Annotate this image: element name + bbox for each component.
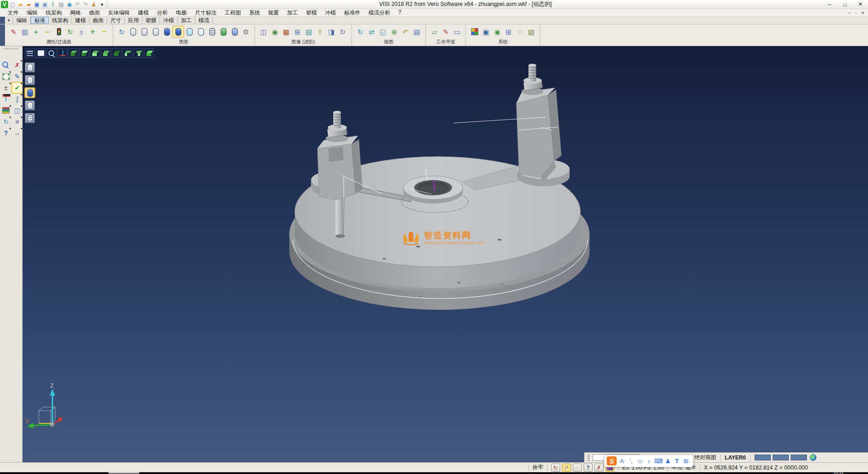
zoom-dynamic-icon[interactable] bbox=[47, 48, 57, 58]
tab-dimension[interactable]: 尺寸 bbox=[107, 17, 125, 24]
open-file-icon[interactable]: ▰ bbox=[17, 1, 24, 8]
tab-wireframe[interactable]: 线架构 bbox=[49, 17, 72, 24]
shaded-iso-view-icon[interactable] bbox=[144, 48, 154, 58]
flat-display-icon[interactable] bbox=[195, 26, 206, 37]
shaded-mode-icon[interactable] bbox=[25, 88, 35, 98]
sync-constraint-icon[interactable]: ↻ bbox=[551, 464, 560, 472]
confirm-icon[interactable]: ✔ bbox=[12, 83, 22, 93]
image-depth-icon[interactable]: ▤ bbox=[303, 26, 314, 37]
texture-display-icon[interactable] bbox=[229, 26, 240, 37]
hide-all-icon[interactable]: − bbox=[99, 26, 109, 37]
iso-view-icon[interactable] bbox=[68, 48, 78, 58]
transparent-display-icon[interactable] bbox=[184, 26, 195, 37]
tab-edit[interactable]: 编辑 bbox=[13, 17, 31, 24]
magic-wand-icon[interactable]: ↗ bbox=[562, 464, 571, 472]
snap-config-icon[interactable]: ∷ bbox=[514, 26, 525, 37]
section-mode-icon[interactable] bbox=[25, 113, 35, 123]
no-snap-icon[interactable]: ✗ bbox=[594, 464, 604, 472]
absolute-view-label[interactable]: 绝对视图 bbox=[694, 454, 716, 461]
menu-item[interactable]: 编辑 bbox=[23, 9, 42, 17]
menu-item[interactable]: 实体编辑 bbox=[104, 9, 134, 17]
menu-item[interactable]: 电极 bbox=[172, 9, 191, 17]
viewport-3d[interactable]: 智造资料网 INTELLIGENT MANUFACTURING DATA Z Y bbox=[23, 46, 868, 462]
fit-view-icon[interactable] bbox=[36, 48, 46, 58]
workplane-edit-icon[interactable]: ✎ bbox=[440, 26, 451, 37]
window-layout-icon[interactable]: ◫ bbox=[12, 105, 22, 115]
section-display-icon[interactable] bbox=[207, 26, 217, 37]
layer-indicator[interactable]: LAYER0 bbox=[725, 455, 745, 461]
preview-icon[interactable]: ◉ bbox=[66, 1, 73, 8]
cad-model-assembly[interactable] bbox=[23, 46, 868, 462]
front-view-icon[interactable] bbox=[101, 48, 111, 58]
print-icon[interactable]: ▤ bbox=[57, 1, 65, 8]
menu-item[interactable]: 尺寸标注 bbox=[191, 9, 221, 17]
tab-mold[interactable]: 塑膜 bbox=[142, 17, 160, 24]
hide-entities-icon[interactable]: − bbox=[42, 26, 53, 37]
menu-item[interactable]: 系统 bbox=[245, 9, 264, 17]
toolbar-grip[interactable] bbox=[4, 48, 19, 49]
tab-standard[interactable]: 标准 bbox=[31, 17, 49, 24]
image-overlay-icon[interactable]: ⊞ bbox=[292, 26, 303, 37]
shaded-edges-display-icon[interactable] bbox=[173, 26, 184, 37]
session-icon[interactable]: ♟ bbox=[90, 1, 98, 8]
menu-item[interactable]: ? bbox=[394, 9, 406, 17]
ime-skin-icon[interactable]: T bbox=[673, 456, 681, 465]
menu-item[interactable]: 标准件 bbox=[340, 9, 364, 17]
lock-label[interactable]: 拴牢 bbox=[533, 464, 543, 471]
tab-application[interactable]: 应用 bbox=[125, 17, 142, 24]
taskbar-item[interactable] bbox=[108, 472, 139, 474]
grid-config-icon[interactable]: ⊞ bbox=[503, 26, 514, 37]
sketch-icon[interactable]: ✎ bbox=[12, 71, 22, 81]
context-help-icon[interactable]: ? bbox=[584, 464, 593, 472]
image-view-icon[interactable]: ◉ bbox=[269, 26, 280, 37]
ime-punctuation-icon[interactable]: ’, bbox=[627, 456, 635, 465]
wireframe-mode-icon[interactable] bbox=[25, 62, 35, 72]
show-all-icon[interactable]: + bbox=[87, 26, 98, 37]
tab-modeling[interactable]: 建模 bbox=[72, 17, 90, 24]
layer-manager-icon[interactable]: ▧ bbox=[526, 26, 537, 37]
image-gallery-icon[interactable]: ▦ bbox=[281, 26, 292, 37]
tab-surface[interactable]: 曲面 bbox=[90, 17, 107, 24]
back-view-icon[interactable] bbox=[112, 48, 122, 58]
zoom-preview-icon[interactable] bbox=[1, 60, 11, 70]
box-select-icon[interactable] bbox=[1, 71, 11, 81]
status-grip[interactable] bbox=[587, 455, 590, 461]
zoom-scale-icon[interactable]: ± bbox=[1, 83, 11, 93]
new-file-icon[interactable]: ▢ bbox=[9, 1, 16, 8]
zoom-window-icon[interactable]: ◱ bbox=[377, 26, 388, 37]
image-capture-icon[interactable]: ◫ bbox=[258, 26, 269, 37]
pick-hand-icon[interactable]: ☞ bbox=[573, 464, 582, 472]
menu-item[interactable]: 模流分析 bbox=[364, 9, 394, 17]
tab-die[interactable]: 冲模 bbox=[160, 17, 178, 24]
image-refresh-icon[interactable]: ↻ bbox=[337, 26, 348, 37]
visi-logo[interactable]: V bbox=[1, 1, 8, 8]
image-settings-icon[interactable]: ◨ bbox=[326, 26, 337, 37]
help-icon[interactable]: ? bbox=[1, 128, 11, 138]
menu-item[interactable]: 建模 bbox=[134, 9, 153, 17]
view-menu-icon[interactable] bbox=[25, 48, 35, 58]
redo-icon[interactable]: ↷ bbox=[82, 1, 90, 8]
menu-item[interactable]: 塑模 bbox=[302, 9, 321, 17]
tab-moldflow[interactable]: 模流 bbox=[195, 17, 213, 24]
copy-attributes-icon[interactable]: ▥ bbox=[19, 26, 30, 37]
ime-person-icon[interactable]: ♟ bbox=[664, 456, 672, 465]
previous-view-icon[interactable]: ↶ bbox=[400, 26, 411, 37]
named-views-icon[interactable]: ▤ bbox=[411, 26, 422, 37]
pan-view-icon[interactable]: ⇄ bbox=[366, 26, 377, 37]
open-model-icon[interactable]: ▰ bbox=[25, 1, 33, 8]
solid-cube-icon[interactable]: ■ bbox=[12, 117, 22, 127]
dynamic-view-icon[interactable]: ↻ bbox=[355, 26, 366, 37]
ime-emoji-icon[interactable]: ☺ bbox=[636, 456, 644, 465]
system-options-icon[interactable]: ◉ bbox=[492, 26, 503, 37]
menu-item[interactable]: 工程图 bbox=[221, 9, 245, 17]
right-view-icon[interactable] bbox=[133, 48, 143, 58]
save-icon[interactable]: ▣ bbox=[33, 1, 41, 8]
mdi-close-button[interactable]: ✕ bbox=[859, 9, 866, 16]
earth-icon[interactable] bbox=[810, 454, 816, 461]
menu-item[interactable]: 视窗 bbox=[264, 9, 283, 17]
axes-toggle-icon[interactable] bbox=[57, 48, 67, 58]
top-view-icon[interactable] bbox=[79, 48, 89, 58]
workplane-create-icon[interactable]: ▱ bbox=[429, 26, 440, 37]
material-display-icon[interactable] bbox=[218, 26, 229, 37]
tab-machining[interactable]: 加工 bbox=[178, 17, 195, 24]
